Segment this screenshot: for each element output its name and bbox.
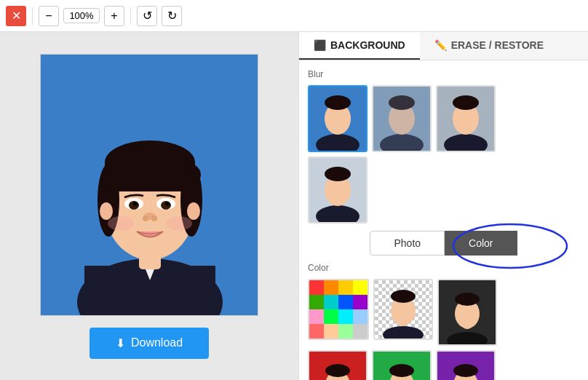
tab-erase[interactable]: ✏️ ERASE / RESTORE [420, 32, 558, 60]
color-palette-thumb[interactable] [308, 279, 369, 340]
svg-point-21 [151, 215, 157, 221]
svg-point-37 [453, 95, 479, 110]
svg-point-71 [455, 293, 480, 306]
panel-content: Blur [299, 60, 588, 380]
svg-rect-49 [338, 295, 353, 309]
svg-rect-46 [353, 280, 368, 295]
left-panel: ⬇ Download [0, 32, 298, 380]
color-toggle-label: Color [469, 237, 493, 249]
svg-rect-55 [309, 324, 324, 339]
undo-icon: ↺ [143, 9, 152, 23]
svg-rect-44 [324, 280, 338, 295]
portrait-image [41, 55, 258, 316]
close-icon: ✕ [12, 9, 21, 23]
color-toggle-button[interactable]: Color [445, 231, 517, 256]
zoom-value: 100% [63, 8, 100, 23]
download-button[interactable]: ⬇ Download [90, 328, 209, 359]
blur-thumb-3[interactable] [436, 85, 496, 152]
svg-point-17 [133, 202, 138, 206]
blur-thumbs-row [308, 85, 579, 152]
blur-thumb-2[interactable] [372, 85, 432, 152]
main-content: ⬇ Download ⬛ BACKGROUND ✏️ ERASE / RESTO… [0, 32, 588, 380]
zoom-in-button[interactable]: + [104, 6, 124, 26]
svg-point-76 [325, 364, 350, 377]
divider2 [130, 7, 131, 25]
svg-point-23 [166, 216, 192, 231]
undo-button[interactable]: ↺ [137, 6, 157, 26]
divider [32, 7, 33, 25]
download-icon: ⬇ [116, 336, 125, 350]
dark-bg-thumb[interactable] [437, 279, 497, 346]
close-button[interactable]: ✕ [6, 6, 26, 26]
svg-point-41 [325, 167, 351, 181]
svg-rect-50 [353, 295, 368, 309]
tab-erase-label: ERASE / RESTORE [451, 39, 544, 51]
svg-rect-51 [309, 309, 324, 324]
svg-point-22 [108, 216, 134, 231]
download-label: Download [131, 336, 183, 349]
blur-thumb-1[interactable] [308, 85, 368, 152]
svg-rect-58 [353, 324, 368, 339]
color-section-label: Color [308, 263, 579, 273]
svg-point-28 [332, 122, 343, 133]
toolbar: ✕ − 100% + ↺ ↻ [0, 0, 588, 32]
purple-bg-thumb[interactable] [436, 350, 496, 380]
blur-thumbs-row2 [308, 157, 579, 223]
zoom-out-button[interactable]: − [39, 6, 59, 26]
svg-rect-43 [309, 280, 324, 295]
eraser-icon: ✏️ [434, 39, 447, 51]
redo-button[interactable]: ↻ [162, 6, 182, 26]
svg-rect-56 [324, 324, 338, 339]
tab-background[interactable]: ⬛ BACKGROUND [299, 32, 420, 60]
svg-rect-52 [324, 309, 338, 324]
color-thumb-row-1 [308, 279, 579, 346]
svg-point-81 [389, 364, 414, 377]
tab-background-label: BACKGROUND [330, 39, 405, 51]
plus-icon: + [111, 9, 117, 23]
green-bg-thumb[interactable] [372, 350, 432, 380]
svg-point-12 [187, 202, 200, 220]
svg-point-67 [397, 314, 409, 326]
tab-bar: ⬛ BACKGROUND ✏️ ERASE / RESTORE [299, 32, 588, 60]
svg-point-86 [453, 364, 478, 377]
transparent-bg-thumb[interactable] [373, 279, 433, 340]
svg-rect-45 [338, 280, 353, 295]
svg-rect-53 [338, 309, 353, 324]
svg-rect-57 [338, 324, 353, 339]
svg-point-27 [325, 95, 351, 110]
svg-rect-33 [373, 87, 430, 151]
layers-icon: ⬛ [314, 39, 326, 51]
photo-toggle-button[interactable]: Photo [370, 231, 445, 256]
svg-rect-47 [309, 295, 324, 309]
toggle-wrapper: Photo Color [370, 231, 517, 256]
photo-toggle-label: Photo [394, 237, 421, 249]
redo-icon: ↻ [167, 9, 177, 23]
minus-icon: − [45, 9, 52, 23]
svg-rect-48 [324, 295, 338, 309]
blur-thumb-4[interactable] [308, 157, 368, 223]
color-thumb-row-2 [308, 350, 579, 380]
blur-section-label: Blur [308, 69, 579, 79]
photo-canvas [40, 54, 258, 316]
right-panel: ⬛ BACKGROUND ✏️ ERASE / RESTORE Blur [298, 32, 588, 380]
svg-point-11 [100, 202, 113, 220]
svg-point-20 [143, 215, 148, 221]
red-bg-thumb[interactable] [308, 350, 368, 380]
svg-point-72 [461, 317, 473, 329]
svg-rect-54 [353, 309, 368, 324]
svg-point-10 [164, 162, 201, 188]
svg-point-18 [165, 202, 170, 206]
svg-point-66 [391, 290, 416, 303]
